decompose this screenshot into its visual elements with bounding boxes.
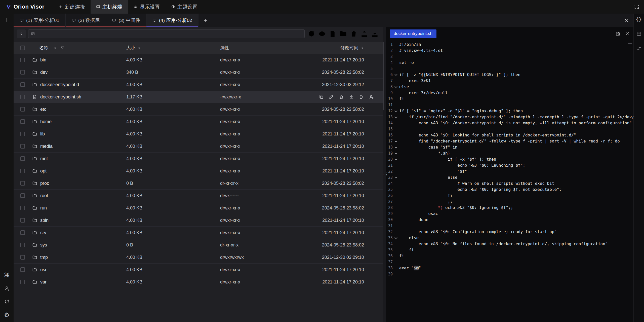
download-icon[interactable] <box>349 94 354 99</box>
save-file-button[interactable] <box>615 31 620 36</box>
table-row[interactable]: srv 4.00 KB drwxr-xr-x 2021-11-24 17:20:… <box>14 227 383 239</box>
new-tab-button[interactable] <box>198 14 213 27</box>
table-row[interactable]: var 4.00 KB drwxr-xr-x 2021-11-24 17:20:… <box>14 276 383 288</box>
edit-icon[interactable] <box>329 94 334 99</box>
fold-chevron-icon[interactable] <box>393 156 399 162</box>
row-checkbox[interactable] <box>20 169 25 173</box>
table-row[interactable]: docker-entrypoint.d 4.00 KB drwxr-xr-x 2… <box>14 79 383 91</box>
table-row[interactable]: sbin 4.00 KB drwxr-xr-x 2021-11-24 17:20… <box>14 214 383 227</box>
fullscreen-button[interactable] <box>634 4 639 10</box>
row-checkbox[interactable] <box>20 107 25 112</box>
row-checkbox[interactable] <box>20 119 25 124</box>
fold-chevron-icon[interactable] <box>393 72 399 78</box>
panel-resize-handle[interactable]: ⋮⋮ <box>383 27 386 322</box>
file-name[interactable]: media <box>40 144 53 149</box>
sort-name-button[interactable] <box>53 46 57 50</box>
file-name[interactable]: docker-entrypoint.sh <box>40 94 81 100</box>
download-button[interactable] <box>371 29 379 38</box>
new-session-button[interactable] <box>4 17 10 23</box>
command-icon[interactable]: ⌘ <box>4 272 10 278</box>
file-name[interactable]: opt <box>40 168 47 174</box>
code-editor[interactable]: 1#!/bin/sh2# vim:sw=4:ts=4:et34set -e56i… <box>386 40 633 322</box>
table-row[interactable]: run 4.00 KB drwxr-xr-x 2024-05-28 23:58:… <box>14 202 383 214</box>
new-folder-button[interactable] <box>339 29 347 38</box>
select-all-checkbox[interactable] <box>20 46 25 50</box>
row-checkbox[interactable] <box>20 70 25 75</box>
menu-new-connection[interactable]: 新建连接 <box>53 0 91 14</box>
table-row[interactable]: media 4.00 KB drwxr-xr-x 2021-11-24 17:2… <box>14 140 383 153</box>
path-input[interactable] <box>37 31 302 36</box>
table-row[interactable]: docker-entrypoint.sh 1.17 KB -rwxrwxr-x <box>14 91 383 103</box>
panel-button[interactable] <box>636 31 642 37</box>
copy-icon[interactable] <box>319 94 324 99</box>
back-button[interactable] <box>17 29 26 38</box>
file-name[interactable]: sbin <box>40 218 49 223</box>
row-checkbox[interactable] <box>20 156 25 161</box>
row-checkbox[interactable] <box>20 206 25 210</box>
permission-icon[interactable] <box>369 94 374 99</box>
row-checkbox[interactable] <box>20 58 25 62</box>
terminal-tab-1[interactable]: (1) 应用-分析01 <box>14 14 66 27</box>
settings-icon[interactable]: ⚙ <box>4 312 10 318</box>
braces-button[interactable]: {} <box>636 17 642 22</box>
table-row[interactable]: root 4.00 KB drwx------ 2021-11-24 17:20… <box>14 190 383 202</box>
refresh-button[interactable] <box>307 29 316 38</box>
row-checkbox[interactable] <box>20 267 25 272</box>
fold-chevron-icon[interactable] <box>393 108 399 114</box>
move-icon[interactable] <box>359 94 364 99</box>
fold-chevron-icon[interactable] <box>393 84 399 90</box>
table-row[interactable]: usr 4.00 KB drwxr-xr-x 2021-11-24 17:20:… <box>14 264 383 276</box>
file-name[interactable]: mnt <box>40 156 48 161</box>
file-list-scrollbar[interactable] <box>383 42 384 110</box>
close-panel-button[interactable] <box>619 14 633 27</box>
fold-chevron-icon[interactable] <box>393 144 399 150</box>
sync-icon[interactable] <box>4 299 10 304</box>
delete-button[interactable] <box>349 29 358 38</box>
menu-host-terminal[interactable]: 主机终端 <box>91 0 128 14</box>
fold-chevron-icon[interactable] <box>393 174 399 181</box>
terminal-tab-4[interactable]: (4) 应用-分析02 <box>146 14 198 27</box>
row-checkbox[interactable] <box>20 280 25 284</box>
table-row[interactable]: etc 4.00 KB drwxr-xr-x 2024-05-28 23:58:… <box>14 103 383 116</box>
user-icon[interactable] <box>4 286 10 291</box>
table-row[interactable]: tmp 4.00 KB drwxrwxrwx 2021-12-30 03:29:… <box>14 251 383 264</box>
table-row[interactable]: mnt 4.00 KB drwxr-xr-x 2021-11-24 17:20:… <box>14 153 383 165</box>
editor-scrollbar-thumb[interactable] <box>628 43 632 44</box>
menu-display-settings[interactable]: 显示设置 <box>128 0 166 14</box>
fold-chevron-icon[interactable] <box>393 235 399 241</box>
table-row[interactable]: opt 4.00 KB drwxr-xr-x 2021-11-24 17:20:… <box>14 165 383 177</box>
delete-icon[interactable] <box>339 94 344 99</box>
file-name[interactable]: docker-entrypoint.d <box>40 82 79 87</box>
row-checkbox[interactable] <box>20 82 25 87</box>
terminal-tab-2[interactable]: (2) 数据库 <box>66 14 106 27</box>
upload-button[interactable] <box>360 29 369 38</box>
file-name[interactable]: lib <box>40 131 45 137</box>
table-row[interactable]: home 4.00 KB drwxr-xr-x 2021-11-24 17:20… <box>14 116 383 128</box>
preview-button[interactable] <box>318 29 326 38</box>
file-name[interactable]: bin <box>40 57 46 63</box>
row-checkbox[interactable] <box>20 181 25 186</box>
row-checkbox[interactable] <box>20 230 25 235</box>
swap-button[interactable] <box>636 46 642 51</box>
file-name[interactable]: srv <box>40 230 46 235</box>
row-checkbox[interactable] <box>20 193 25 198</box>
row-checkbox[interactable] <box>20 218 25 223</box>
file-name[interactable]: dev <box>40 70 48 75</box>
row-checkbox[interactable] <box>20 144 25 149</box>
table-row[interactable]: sys 0 B dr-xr-xr-x 2024-05-28 23:58:02 <box>14 239 383 251</box>
sort-mtime-button[interactable] <box>360 46 364 50</box>
row-checkbox[interactable] <box>20 255 25 260</box>
file-name[interactable]: tmp <box>40 255 48 260</box>
table-row[interactable]: dev 340 B drwxr-xr-x 2024-05-28 23:58:02 <box>14 66 383 79</box>
terminal-tab-3[interactable]: (3) 中间件 <box>106 14 146 27</box>
fold-chevron-icon[interactable] <box>393 150 399 156</box>
file-name[interactable]: sys <box>40 242 47 248</box>
file-name[interactable]: root <box>40 193 48 198</box>
table-row[interactable]: bin 4.00 KB drwxr-xr-x 2021-11-24 17:20:… <box>14 54 383 66</box>
file-name[interactable]: home <box>40 119 52 124</box>
file-name[interactable]: run <box>40 205 47 211</box>
new-file-button[interactable] <box>328 29 337 38</box>
table-row[interactable]: proc 0 B dr-xr-xr-x 2024-05-28 23:58:02 <box>14 177 383 190</box>
fold-chevron-icon[interactable] <box>393 138 399 144</box>
row-checkbox[interactable] <box>20 95 25 99</box>
